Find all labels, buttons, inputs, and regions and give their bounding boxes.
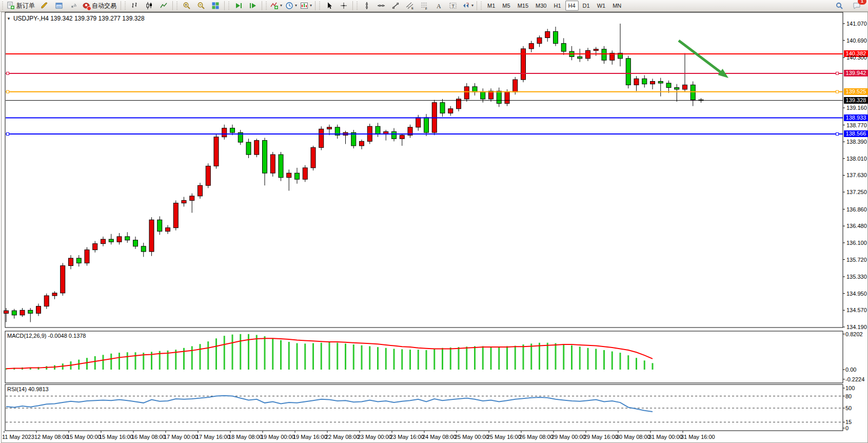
mt4-window: 新订单自动交易▾▾▾EFAT▾M1M5M15M30H1H4D1W1MN 1 14… (0, 0, 868, 443)
chart-title: ▼ USDJPY-,H4 139.342 139.379 139.277 139… (7, 15, 145, 22)
rsi-panel (5, 384, 843, 431)
macd-panel (5, 331, 843, 383)
rsi-label: RSI(14) 40.9813 (7, 386, 49, 392)
macd-label: MACD(12,26,9) -0.0048 0.1378 (7, 333, 86, 339)
chart-title-text: USDJPY-,H4 139.342 139.379 139.277 139.3… (13, 15, 145, 22)
main-chart-panel (5, 12, 843, 328)
chart-canvas[interactable] (0, 0, 868, 443)
chevron-down-icon: ▼ (7, 16, 11, 21)
